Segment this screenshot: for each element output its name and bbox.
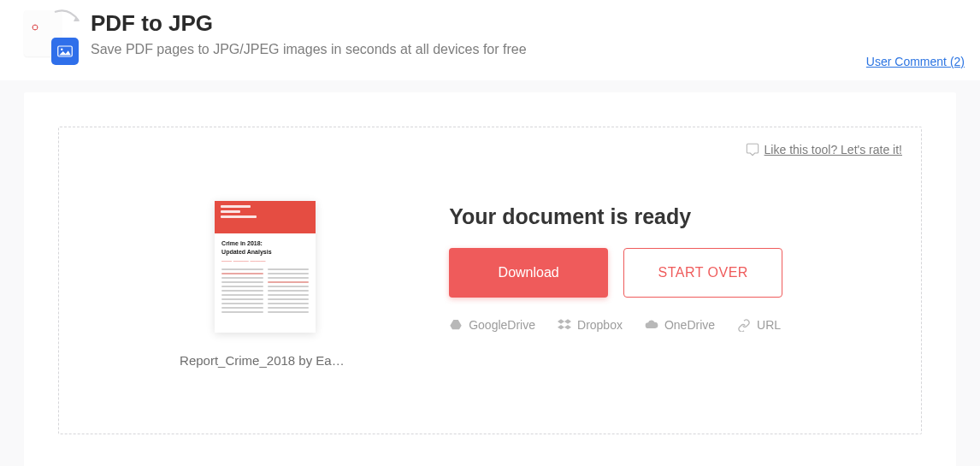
download-button[interactable]: Download — [449, 248, 608, 298]
share-onedrive-label: OneDrive — [664, 318, 715, 332]
thumb-title-line1: Crime in 2018: — [221, 240, 309, 247]
button-row: Download START OVER — [449, 248, 899, 298]
tool-icon — [24, 10, 79, 65]
start-over-button[interactable]: START OVER — [623, 248, 782, 298]
preview-column: Crime in 2018: Updated Analysis —— ——— —… — [81, 201, 449, 368]
link-icon — [737, 318, 751, 332]
share-dropbox[interactable]: Dropbox — [558, 318, 623, 332]
page-header: PDF to JPG Save PDF pages to JPG/JPEG im… — [0, 0, 980, 80]
user-comment-link[interactable]: User Comment (2) — [866, 55, 965, 68]
share-onedrive[interactable]: OneDrive — [645, 318, 715, 332]
thumb-columns — [221, 268, 309, 316]
page-subtitle: Save PDF pages to JPG/JPEG images in sec… — [91, 42, 527, 57]
result-panel: Like this tool? Let's rate it! Crime in … — [58, 127, 922, 434]
main-card: Like this tool? Let's rate it! Crime in … — [24, 92, 956, 466]
ready-title: Your document is ready — [449, 204, 899, 229]
share-dropbox-label: Dropbox — [577, 318, 623, 332]
thumb-header — [215, 201, 316, 233]
speech-icon — [746, 143, 759, 156]
onedrive-icon — [645, 318, 658, 332]
document-thumbnail[interactable]: Crime in 2018: Updated Analysis —— ——— —… — [215, 201, 316, 333]
file-name-label: Report_Crime_2018 by EasePD... — [180, 353, 351, 368]
dropbox-icon — [558, 318, 571, 332]
rate-prompt[interactable]: Like this tool? Let's rate it! — [746, 143, 902, 156]
svg-point-1 — [61, 49, 62, 50]
jpg-icon — [51, 38, 79, 65]
thumb-subtitle: —— ——— ——— — [221, 258, 309, 263]
content-row: Crime in 2018: Updated Analysis —— ——— —… — [81, 201, 899, 368]
share-googledrive[interactable]: GoogleDrive — [449, 318, 535, 332]
thumb-title-line2: Updated Analysis — [221, 249, 309, 256]
googledrive-icon — [449, 318, 463, 332]
share-googledrive-label: GoogleDrive — [469, 318, 535, 332]
action-column: Your document is ready Download START OV… — [449, 201, 899, 332]
share-url-label: URL — [757, 318, 781, 332]
page-title: PDF to JPG — [91, 10, 527, 37]
arrow-icon — [53, 9, 84, 27]
share-url[interactable]: URL — [737, 318, 781, 332]
thumb-body: Crime in 2018: Updated Analysis —— ——— —… — [215, 233, 316, 322]
rate-label: Like this tool? Let's rate it! — [765, 143, 902, 156]
share-row: GoogleDrive Dropbox OneDrive URL — [449, 318, 899, 332]
header-text: PDF to JPG Save PDF pages to JPG/JPEG im… — [91, 10, 527, 57]
